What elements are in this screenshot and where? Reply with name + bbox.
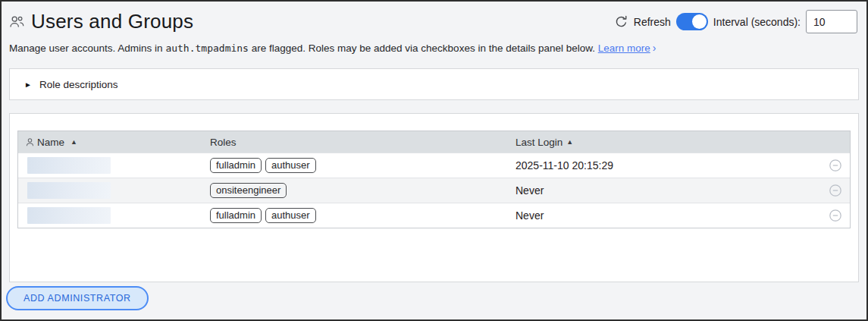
table-row[interactable]: fulladminauthuser2025-11-10 20:15:29 xyxy=(18,153,850,178)
table-cell-actions xyxy=(821,209,850,222)
learn-more-link[interactable]: Learn more xyxy=(598,42,650,54)
redacted-name xyxy=(27,182,111,199)
refresh-toggle[interactable] xyxy=(676,13,708,30)
refresh-icon xyxy=(614,14,628,29)
sort-asc-icon-last-login[interactable]: ▲ xyxy=(566,138,573,146)
table-cell-actions xyxy=(821,159,850,172)
table-row[interactable]: fulladminauthuserNever xyxy=(18,203,850,228)
table-cell-actions xyxy=(821,184,850,197)
column-label-roles: Roles xyxy=(210,137,237,148)
table-cell-roles: onsiteengineer xyxy=(210,183,515,198)
column-header-last-login[interactable]: Last Login ▲ xyxy=(515,137,821,148)
page-title: Users and Groups xyxy=(31,10,193,33)
redacted-name xyxy=(27,157,111,174)
table-cell-name xyxy=(18,182,210,199)
column-header-roles[interactable]: Roles xyxy=(210,137,515,148)
table-cell-name xyxy=(18,157,210,174)
person-icon xyxy=(25,137,35,147)
interval-label: Interval (seconds): xyxy=(713,16,801,28)
role-chip: authuser xyxy=(265,208,316,223)
users-group-icon xyxy=(9,14,25,30)
table-cell-roles: fulladminauthuser xyxy=(210,208,515,223)
role-chip: onsiteengineer xyxy=(210,183,287,198)
table-header-row: Name ▲ Roles Last Login ▲ xyxy=(18,131,850,153)
table-cell-roles: fulladminauthuser xyxy=(210,158,515,173)
refresh-label: Refresh xyxy=(634,16,671,28)
role-descriptions-accordion[interactable]: ► Role descriptions xyxy=(9,68,859,100)
table-row[interactable]: onsiteengineerNever xyxy=(18,178,850,203)
sort-asc-icon-name[interactable]: ▲ xyxy=(71,138,77,146)
description-text-2: are flagged. Roles may be added via chec… xyxy=(249,42,598,54)
toggle-knob xyxy=(692,14,707,29)
role-chip: fulladmin xyxy=(210,158,262,173)
role-chip: fulladmin xyxy=(210,208,262,223)
accordion-label: Role descriptions xyxy=(39,79,118,90)
description-code: auth.tmpadmins xyxy=(165,42,249,54)
column-label-name: Name xyxy=(37,137,64,148)
table-body: fulladminauthuser2025-11-10 20:15:29onsi… xyxy=(18,153,850,228)
redacted-name xyxy=(27,207,111,224)
learn-more-chevron-icon: › xyxy=(653,42,656,54)
refresh-toolbar: Refresh Interval (seconds): xyxy=(614,10,857,33)
remove-user-icon[interactable] xyxy=(829,184,842,197)
add-administrator-button[interactable]: ADD ADMINISTRATOR xyxy=(6,286,149,310)
page-description: Manage user accounts. Admins in auth.tmp… xyxy=(2,35,866,54)
table-cell-last-login: Never xyxy=(515,209,821,222)
interval-input[interactable] xyxy=(806,10,857,33)
column-header-name[interactable]: Name ▲ xyxy=(18,137,210,148)
table-cell-name xyxy=(18,207,210,224)
description-text-1: Manage user accounts. Admins in xyxy=(9,42,165,54)
column-label-last-login: Last Login xyxy=(515,137,562,148)
users-table-panel: Name ▲ Roles Last Login ▲ fulladminauthu… xyxy=(9,113,859,282)
table-cell-last-login: Never xyxy=(515,184,821,197)
users-table: Name ▲ Roles Last Login ▲ fulladminauthu… xyxy=(17,131,851,228)
table-cell-last-login: 2025-11-10 20:15:29 xyxy=(515,159,821,172)
accordion-expand-icon[interactable]: ► xyxy=(24,80,32,89)
remove-user-icon[interactable] xyxy=(829,159,842,172)
page-header: Users and Groups Refresh Interval (secon… xyxy=(2,2,866,35)
title-group: Users and Groups xyxy=(9,10,193,33)
users-and-groups-page: { "page": { "title": "Users and Groups" … xyxy=(0,0,868,321)
role-chip: authuser xyxy=(265,158,316,173)
remove-user-icon[interactable] xyxy=(829,209,842,222)
